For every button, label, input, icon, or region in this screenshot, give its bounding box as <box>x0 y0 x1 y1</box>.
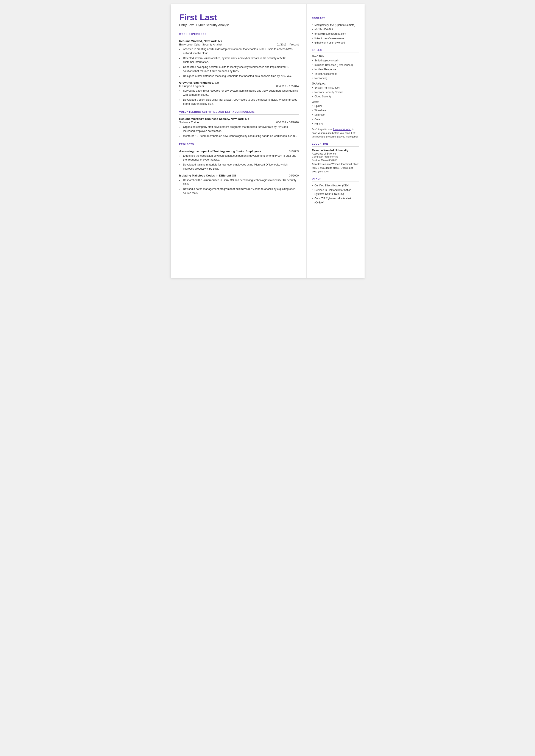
contact-item-0: Montgomery, MA (Open to Remote) <box>312 23 359 27</box>
bullet-1-3: Conducted sweeping network audits to ide… <box>179 65 299 73</box>
other-divider <box>312 181 359 182</box>
dates-1: 01/2015 – Present <box>277 43 299 46</box>
proj-bullets-1: Examined the correlation between continu… <box>179 154 299 171</box>
bullet-1-2: Detected several vulnerabilities, system… <box>179 56 299 65</box>
hard-skill-4: Networking <box>312 76 359 80</box>
exp-row-2: IT Support Engineer 06/2010 – 12/2014 <box>179 84 299 88</box>
candidate-name: First Last <box>179 13 299 22</box>
hard-skills-list: Scripting (Advanced) Intrusion Detection… <box>312 59 359 80</box>
technique-2: Cloud Security <box>312 95 359 99</box>
tool-1: Wireshark <box>312 108 359 113</box>
volunteering-divider <box>179 114 299 115</box>
right-column: CONTACT Montgomery, MA (Open to Remote) … <box>306 4 365 278</box>
proj-bullet-2-2: Devised a patch management program that … <box>179 187 299 195</box>
resume-worded-link[interactable]: Resume Worded <box>333 128 351 130</box>
tools-label: Tools: <box>312 100 359 103</box>
proj-header-1: Assessing the Impact of Training among J… <box>179 150 299 153</box>
techniques-label: Techniques: <box>312 82 359 85</box>
note-before-link: Don't forget to use <box>312 128 333 130</box>
hard-skill-3: Threat Assessment <box>312 72 359 76</box>
proj-title-1: Assessing the Impact of Training among J… <box>179 150 261 153</box>
exp-row-1: Entry Level Cyber Security Analyst 01/20… <box>179 43 299 46</box>
proj-bullets-2: Researched the vulnerabilities in Linux … <box>179 178 299 195</box>
contact-section-title: CONTACT <box>312 17 359 19</box>
contact-item-1: +1-234-456-789 <box>312 28 359 32</box>
hard-skill-1: Intrusion Detection (Experienced) <box>312 63 359 67</box>
tool-3: Colab <box>312 118 359 122</box>
other-section-title: OTHER <box>312 177 359 180</box>
tool-4: NumPy <box>312 122 359 126</box>
hard-skill-2: Incident Response <box>312 68 359 71</box>
proj-bullet-1-1: Examined the correlation between continu… <box>179 154 299 162</box>
other-item-1: Certified in Risk and Information System… <box>312 188 359 196</box>
bullets-2: Served as a technical resource for 20+ s… <box>179 89 299 106</box>
proj-title-2: Isolating Malicious Codes in Different O… <box>179 174 236 177</box>
dates-2: 06/2010 – 12/2014 <box>276 85 299 88</box>
vol-dates-1: 06/2009 – 04/2010 <box>276 121 299 124</box>
vol-company-1: Resume Worded's Business Society, New Yo… <box>179 117 299 121</box>
edu-location-date: Boston, MA — 05/2010 <box>312 159 359 161</box>
candidate-title: Entry Level Cyber Security Analyst <box>179 23 299 27</box>
left-column: First Last Entry Level Cyber Security An… <box>171 4 306 278</box>
edu-degree: Associate of Science <box>312 152 359 155</box>
tools-list: Splunk Wireshark Selenium Colab NumPy <box>312 104 359 126</box>
projects-section-title: PROJECTS <box>179 143 299 146</box>
contact-item-2: email@resumeworded.com <box>312 32 359 36</box>
edu-awards: Awards: Resume Worded Teaching Fellow (o… <box>312 162 359 174</box>
tool-0: Splunk <box>312 104 359 108</box>
bullets-1: Assisted in creating a virtual desktop e… <box>179 47 299 78</box>
edu-school: Resume Worded University <box>312 149 359 152</box>
bullet-1-1: Assisted in creating a virtual desktop e… <box>179 47 299 55</box>
contact-item-4: github.com/resumeworded <box>312 41 359 45</box>
technique-1: Network Security Control <box>312 90 359 95</box>
vol-row-1: Software Trainer 06/2009 – 04/2010 <box>179 121 299 124</box>
volunteering-section-title: VOLUNTEERING ACTIVITIES AND EXTRACURRICU… <box>179 111 299 113</box>
company-1: Resume Worded, New York, NY <box>179 40 299 43</box>
vol-bullets-1: Organized company staff development prog… <box>179 125 299 138</box>
position-2: IT Support Engineer <box>179 84 204 88</box>
work-experience-divider <box>179 37 299 37</box>
skills-section-title: SKILLS <box>312 49 359 51</box>
proj-bullet-2-1: Researched the vulnerabilities in Linux … <box>179 178 299 186</box>
position-1: Entry Level Cyber Security Analyst <box>179 43 222 46</box>
bullet-2-1: Served as a technical resource for 20+ s… <box>179 89 299 97</box>
other-list: Certified Ethical Hacker (CEH) Certified… <box>312 183 359 205</box>
resume-worded-note: Don't forget to use Resume Worded to sca… <box>312 127 359 139</box>
technique-0: System Administration <box>312 86 359 90</box>
vol-position-1: Software Trainer <box>179 121 200 124</box>
hard-skills-label: Hard Skills: <box>312 55 359 58</box>
edu-field: Computer Programming <box>312 155 359 158</box>
work-experience-section-title: WORK EXPERIENCE <box>179 33 299 35</box>
bullet-1-4: Designed a new database modeling techniq… <box>179 74 299 78</box>
other-item-0: Certified Ethical Hacker (CEH) <box>312 183 359 188</box>
education-section-title: EDUCATION <box>312 142 359 145</box>
vol-bullet-1-2: Mentored 10+ team members on new technol… <box>179 134 299 138</box>
contact-item-3: linkedin.com/in/username <box>312 37 359 41</box>
hard-skill-0: Scripting (Advanced) <box>312 59 359 63</box>
contact-list: Montgomery, MA (Open to Remote) +1-234-4… <box>312 23 359 45</box>
bullet-2-2: Developed a client-side utility that all… <box>179 98 299 106</box>
techniques-list: System Administration Network Security C… <box>312 86 359 99</box>
education-divider <box>312 146 359 147</box>
other-item-2: CompTIA Cybersecurity Analyst (CySA+) <box>312 197 359 205</box>
proj-header-2: Isolating Malicious Codes in Different O… <box>179 174 299 177</box>
company-2: Growthsi, San Francisco, CA <box>179 81 299 84</box>
proj-date-2: 04/2009 <box>289 174 299 177</box>
resume-page: First Last Entry Level Cyber Security An… <box>171 4 365 278</box>
tool-2: Selenium <box>312 113 359 117</box>
vol-bullet-1-1: Organized company staff development prog… <box>179 125 299 133</box>
proj-bullet-1-2: Developed training materials for low-lev… <box>179 163 299 171</box>
proj-date-1: 05/2009 <box>289 150 299 153</box>
